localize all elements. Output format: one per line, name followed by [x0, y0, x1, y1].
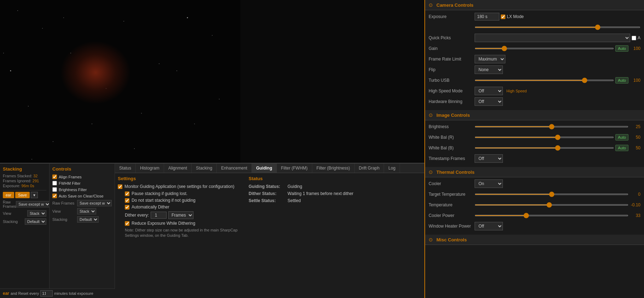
- exposure-slider[interactable]: [475, 27, 640, 28]
- tab-stacking[interactable]: Stacking: [192, 164, 217, 173]
- misc-controls-collapse[interactable]: ⊙: [429, 237, 433, 242]
- gain-auto-button[interactable]: Auto: [615, 45, 628, 52]
- tab-histogram[interactable]: Histogram: [136, 164, 164, 173]
- auto-save-minutes-input[interactable]: [40, 290, 53, 297]
- image-controls-collapse[interactable]: ⊙: [429, 112, 433, 118]
- hardware-binning-select[interactable]: Off: [475, 97, 503, 106]
- cooler-content: On: [475, 179, 640, 188]
- settle-status-row: Settle Status: Settled: [249, 198, 422, 203]
- high-speed-mode-content: Off High Speed: [475, 87, 640, 95]
- frames-ignored-label: Frames Ignored:: [3, 179, 31, 183]
- camera-controls-collapse[interactable]: ⊙: [429, 2, 433, 8]
- turbo-usb-row: Turbo USB Auto 100: [429, 76, 640, 85]
- monitor-guiding-checkbox[interactable]: [118, 184, 122, 189]
- view-row: View Stack: [3, 210, 46, 217]
- controls-title: Controls: [52, 166, 112, 172]
- action-buttons: ear Save ▼: [3, 192, 46, 198]
- pause-stacking-label: Pause stacking if guiding lost.: [132, 191, 187, 196]
- target-temp-slider[interactable]: [475, 194, 628, 195]
- brightness-filter-checkbox[interactable]: [52, 187, 57, 192]
- tab-guiding[interactable]: Guiding: [252, 164, 277, 173]
- temperature-row: Temperature -0.10: [429, 201, 640, 209]
- tab-status[interactable]: Status: [115, 164, 136, 173]
- window-heater-select[interactable]: Off: [475, 222, 503, 230]
- fwhm-filter-checkbox[interactable]: [52, 181, 57, 185]
- pause-stacking-item: Pause stacking if guiding lost.: [125, 191, 245, 196]
- timestamp-frames-content: Off: [475, 154, 640, 163]
- gain-slider[interactable]: [475, 48, 614, 49]
- turbo-usb-slider[interactable]: [475, 80, 614, 81]
- temperature-slider[interactable]: [475, 204, 628, 206]
- timestamp-frames-select[interactable]: Off: [475, 154, 503, 163]
- turbo-usb-auto-button[interactable]: Auto: [615, 77, 628, 84]
- high-speed-mode-row: High Speed Mode Off High Speed: [429, 87, 640, 95]
- frame-rate-label: Frame Rate Limit: [429, 57, 475, 62]
- camera-controls-header: ⊙ Camera Controls: [425, 0, 644, 10]
- tab-log[interactable]: Log: [384, 164, 400, 173]
- white-bal-r-slider[interactable]: [475, 137, 614, 138]
- tab-filter-brightness[interactable]: Filter (Brightness): [312, 164, 355, 173]
- quick-picks-select[interactable]: [475, 34, 630, 42]
- tab-alignment[interactable]: Alignment: [164, 164, 192, 173]
- white-bal-r-auto-button[interactable]: Auto: [615, 134, 628, 141]
- exposure-ctrl-row: Exposure LX Mode: [429, 12, 640, 21]
- timestamp-frames-row: Timestamp Frames Off: [429, 154, 640, 163]
- left-stats-panel: Stacking — □ ✕ Frames Stacked: 32 Frames…: [0, 163, 50, 298]
- exposure-row: Exposure: 96m 0s: [3, 184, 46, 188]
- align-frames-checkbox[interactable]: [52, 174, 57, 179]
- pause-stacking-checkbox[interactable]: [125, 191, 129, 196]
- reduce-exposure-label: Reduce Exposure While Dithering: [132, 221, 195, 226]
- auto-save-row: Auto Save on Clear/Close: [52, 194, 112, 198]
- nebula: [60, 41, 131, 104]
- dither-every-input[interactable]: [151, 212, 167, 219]
- tab-drift-graph[interactable]: Drift Graph: [355, 164, 384, 173]
- cooler-select[interactable]: On: [475, 179, 503, 188]
- white-bal-r-row: White Bal (R) Auto 50: [429, 133, 640, 142]
- guiding-status-key: Guiding Status:: [249, 184, 288, 189]
- auto-dither-checkbox[interactable]: [125, 205, 129, 210]
- reduce-exposure-checkbox[interactable]: [125, 221, 129, 226]
- cooler-power-slider[interactable]: [475, 215, 628, 216]
- high-speed-mode-select[interactable]: Off: [475, 87, 503, 95]
- brightness-slider[interactable]: [475, 126, 628, 127]
- save-button[interactable]: Save: [15, 192, 30, 198]
- tab-filter-fwhm[interactable]: Filter (FWHM): [277, 164, 312, 173]
- no-start-stacking-checkbox[interactable]: [125, 198, 129, 203]
- view-ctrl-select[interactable]: Stack: [77, 208, 96, 214]
- dither-unit-select[interactable]: Frames: [168, 211, 193, 219]
- flip-row: Flip None: [429, 65, 640, 74]
- raw-frames-ctrl-select[interactable]: Save except w: [77, 200, 112, 206]
- monitor-guiding-label: Monitor Guiding Application (see setting…: [124, 184, 234, 189]
- no-start-stacking-label: Do not start stacking if not guiding: [132, 198, 196, 203]
- image-controls-body: Brightness 25 White Bal (R) Auto 50 Whit…: [425, 120, 644, 167]
- turbo-usb-content: Auto 100: [475, 77, 640, 84]
- stacking-ctrl-label: Stacking: [52, 217, 77, 222]
- stacking-select[interactable]: Default: [25, 218, 46, 225]
- brightness-value: 25: [630, 124, 640, 129]
- stacking-ctrl-select[interactable]: Default: [77, 216, 99, 223]
- auto-save-checkbox[interactable]: [52, 194, 57, 198]
- view-select[interactable]: Stack: [27, 210, 46, 217]
- reduce-exposure-item: Reduce Exposure While Dithering: [125, 221, 245, 226]
- frame-rate-select[interactable]: Maximum: [475, 55, 505, 63]
- exposure-input[interactable]: [475, 13, 499, 21]
- tab-enhancement[interactable]: Enhancement: [217, 164, 252, 173]
- image-controls-title: Image Controls: [436, 113, 470, 118]
- guiding-status-value: Guiding: [288, 184, 302, 189]
- white-bal-b-auto-button[interactable]: Auto: [615, 145, 628, 151]
- raw-frames-select[interactable]: Save except w: [16, 201, 51, 207]
- cooler-power-content: 33: [475, 213, 640, 218]
- quick-picks-auto-checkbox[interactable]: [632, 36, 636, 40]
- thermal-controls-collapse[interactable]: ⊙: [429, 169, 433, 175]
- white-bal-b-slider[interactable]: [475, 147, 614, 149]
- gain-ctrl-row: Gain Auto 100: [429, 44, 640, 53]
- window-heater-row: Window Heater Power Off: [429, 222, 640, 230]
- clear-button[interactable]: ear: [3, 192, 14, 198]
- image-controls-header: ⊙ Image Controls: [425, 110, 644, 120]
- lx-mode-checkbox[interactable]: [501, 15, 505, 19]
- hardware-binning-content: Off: [475, 97, 640, 106]
- white-bal-r-content: Auto 50: [475, 134, 640, 141]
- misc-controls-title: Misc Controls: [436, 237, 467, 242]
- flip-select[interactable]: None: [475, 65, 503, 74]
- save-dropdown-button[interactable]: ▼: [31, 192, 38, 198]
